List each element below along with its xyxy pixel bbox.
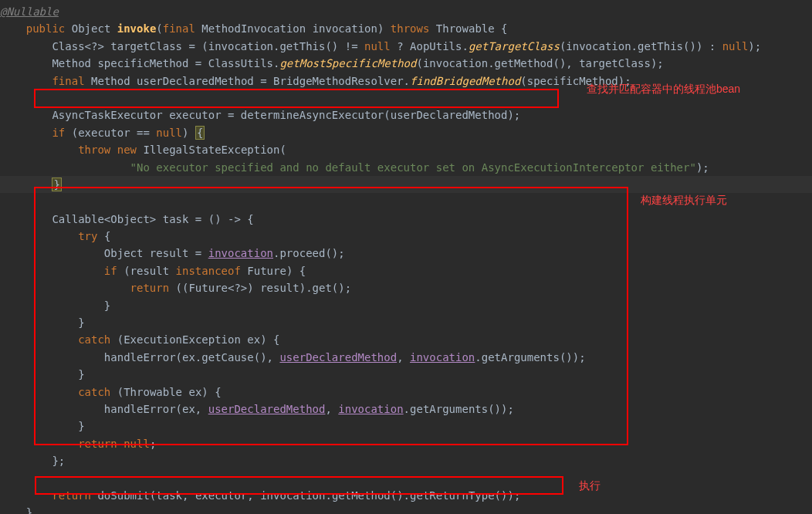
var-invocation: invocation	[208, 247, 273, 259]
code-text: Method userDeclaredMethod = BridgeMethod…	[85, 75, 410, 87]
string-literal: "No executor specified and no default ex…	[130, 161, 696, 174]
annotation: @Nullable	[0, 5, 59, 18]
kw-null: null	[156, 127, 182, 139]
dosubmit-line: doSubmit(task, executor, invocation.getM…	[91, 489, 520, 502]
var-udm: userDeclaredMethod	[208, 403, 326, 415]
kw-catch: catch	[78, 386, 110, 398]
kw-instanceof: instanceof	[176, 265, 241, 277]
annotation-label-2: 构建线程执行单元	[641, 191, 727, 208]
annotation-label-3: 执行	[579, 477, 601, 494]
callable-line: Callable<Object> task = () -> {	[0, 213, 254, 225]
executor-line: AsyncTaskExecutor executor = determineAs…	[0, 109, 520, 121]
static-call: getTargetClass	[469, 40, 560, 52]
kw-return: return	[52, 489, 91, 502]
kw-if: if	[52, 127, 65, 139]
indent	[0, 22, 26, 35]
brace-highlight: }	[52, 178, 61, 191]
kw-throw: throw	[78, 144, 110, 156]
kw-null: null	[364, 40, 391, 52]
method-name: invoke	[117, 22, 157, 35]
kw-return: return	[130, 282, 170, 294]
kw-final: final	[52, 75, 84, 87]
kw-try: try	[78, 230, 97, 242]
return-type: Object	[72, 22, 111, 35]
var-udm: userDeclaredMethod	[279, 351, 397, 364]
kw-return: return	[78, 438, 117, 450]
static-call: getMostSpecificMethod	[279, 57, 416, 69]
kw-public: public	[26, 22, 66, 35]
var-invocation: invocation	[338, 403, 403, 415]
current-line: }	[0, 176, 812, 193]
static-call: findBridgedMethod	[410, 75, 520, 87]
var-invocation: invocation	[410, 351, 475, 364]
kw-new: new	[117, 144, 137, 156]
kw-throws: throws	[391, 22, 430, 35]
kw-if: if	[104, 265, 117, 277]
code-text: Method specificMethod = ClassUtils.	[0, 57, 279, 69]
brace-highlight: {	[195, 126, 205, 140]
kw-null: null	[123, 438, 150, 450]
param: MethodInvocation invocation	[201, 22, 377, 35]
kw-final: final	[163, 22, 195, 35]
code-text: Class<?> targetClass = (invocation.getTh…	[0, 40, 364, 52]
kw-null: null	[722, 40, 749, 52]
kw-catch: catch	[78, 333, 110, 346]
annotation-label-1: 查找并匹配容器中的线程池bean	[587, 80, 740, 97]
